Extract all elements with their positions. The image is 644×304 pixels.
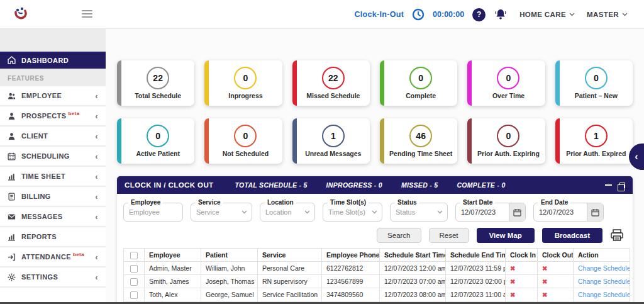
home-icon [8,56,16,64]
user-icon [8,132,16,140]
service-filter-select[interactable]: Service Service [191,203,252,222]
calendar-icon[interactable] [587,203,603,221]
timer-clock-icon [412,8,425,21]
cell-patient: William, John [201,262,258,275]
clock-out-missed-icon: ✖ [538,288,574,301]
collapse-icon[interactable] [605,184,612,186]
help-icon[interactable]: ? [472,8,486,21]
stat-card-active-patient[interactable]: 0 Active Patient [117,118,194,164]
stat-card-total-schedule[interactable]: 22 Total Schedule [117,60,194,106]
notifications-bell-icon[interactable] [494,8,508,21]
stat-card-complete[interactable]: 0 Complete [380,60,457,106]
sidebar-item-messages[interactable]: MESSAGES ‹ [0,207,106,226]
stat-color-bar [117,118,121,164]
col-action[interactable]: Action [574,249,630,262]
col-clock-out[interactable]: Clock Out [538,249,574,262]
chevron-down-icon [437,210,443,214]
select-all-checkbox-cell [124,249,145,262]
cell-phone: 3474809560 [322,288,380,301]
stat-card-prior-auth-expiring[interactable]: 0 Prior Auth. Expiring [467,118,545,164]
stat-card-inprogress[interactable]: 0 Inprogress [204,60,282,106]
stat-color-bar [117,60,121,106]
cell-patient: Joseph, Thomas [201,275,258,288]
stat-card-missed-schedule[interactable]: 22 Missed Schedule [292,60,370,106]
popout-icon[interactable] [619,183,625,188]
stat-circle: 0 [147,125,169,147]
calendar-icon [8,152,16,160]
employee-filter-input[interactable]: Employee [124,208,182,216]
envelope-icon [8,213,16,221]
stat-color-bar [204,118,209,164]
main-content: 22 Total Schedule 0 Inprogress 22 Missed… [106,29,644,304]
start-date-input[interactable]: 12/07/2023 [456,208,509,216]
stat-card-pending-time-sheet[interactable]: 46 Pending Time Sheet [380,118,457,164]
end-date-field[interactable]: End Date 12/07/2023 [533,203,604,222]
chevron-down-icon [242,210,247,214]
sidebar-item-prospects[interactable]: PROSPECTS beta ‹ [0,106,106,125]
change-schedule-link[interactable]: Change Schedule [578,278,630,285]
broadcast-button[interactable]: Broadcast [542,228,602,243]
col-schedule-start-time[interactable]: Schedule Start Time [380,249,446,262]
row-checkbox[interactable] [130,291,138,299]
calendar-icon[interactable] [509,203,525,221]
cell-end-time: 12/07/2023 11:00 am [446,288,506,301]
sidebar-item-settings[interactable]: SETTINGS ‹ [0,267,106,286]
view-map-button[interactable]: View Map [477,228,535,243]
stat-color-bar [555,60,560,106]
row-checkbox[interactable] [130,278,138,286]
stat-circle: 1 [322,125,345,147]
user-dropdown[interactable]: MASTER [587,11,628,18]
change-schedule-link[interactable]: Change Schedule [578,264,630,272]
app-logo [11,5,29,25]
chevron-left-icon: ‹ [95,112,98,120]
menu-toggle-icon[interactable] [82,10,92,20]
clock-in-out-button[interactable]: Clock-In-Out [355,10,404,19]
stat-card-unread-messages[interactable]: 1 Unread Messages [292,118,370,164]
end-date-input[interactable]: 12/07/2023 [534,208,587,216]
sidebar-item-time-sheet[interactable]: TIME SHEET ‹ [0,167,106,186]
sidebar-item-client[interactable]: CLIENT ‹ [0,127,106,145]
sidebar-item-employee[interactable]: EMPLOYEE ‹ [0,86,106,105]
clock-in-missed-icon: ✖ [506,288,538,301]
row-checkbox[interactable] [130,265,138,273]
stat-card-not-scheduled[interactable]: 0 Not Scheduled [204,118,282,164]
print-icon[interactable] [610,229,624,242]
col-clock-in[interactable]: Clock In [506,249,538,262]
chevron-left-icon: ‹ [95,193,98,201]
col-employee-phone[interactable]: Employee Phone [322,249,380,262]
sidebar-item-attendance[interactable]: ATTENDANCE beta ‹ [0,247,106,266]
summary-item: MISSED - 5 [401,181,438,189]
stat-card-over-time[interactable]: 0 Over Time [467,60,545,106]
reset-button[interactable]: Reset [429,228,469,243]
clock-out-missed-icon: ✖ [538,262,574,275]
start-date-field[interactable]: Start Date 12/07/2023 [455,203,526,222]
cell-phone: 6122762812 [322,262,380,275]
col-employee[interactable]: Employee [145,249,201,262]
col-schedule-end-time[interactable]: Schedule End Time [446,249,506,262]
sidebar-item-dashboard[interactable]: DASHBOARD [0,52,106,69]
select-all-checkbox[interactable] [130,252,138,259]
stat-circle: 0 [497,125,519,147]
change-schedule-link[interactable]: Change Schedule [578,291,630,298]
chevron-left-icon: ‹ [95,92,98,100]
col-service[interactable]: Service [258,249,322,262]
clock-in-missed-icon: ✖ [506,262,538,275]
stat-card-patient-new[interactable]: 0 Patient – New [555,60,633,106]
top-header: Clock-In-Out 00:00:00 ? HOME CARE MASTER [0,0,644,29]
location-filter-select[interactable]: Location Location [260,203,315,222]
sidebar-item-reports[interactable]: REPORTS [0,227,106,246]
search-button[interactable]: Search [377,228,421,243]
employee-filter-label: Employee [128,199,163,206]
stat-card-prior-auth-expired[interactable]: 1 Prior Auth. Expired [555,118,633,164]
cell-employee: Smith, James [145,275,201,288]
col-patient[interactable]: Patient [201,249,258,262]
timeslot-filter-select[interactable]: Time Slot(s) Time Slot(s) [323,203,382,222]
employee-filter-field[interactable]: Employee Employee [123,203,183,222]
sidebar-item-billing[interactable]: BILLING ‹ [0,187,106,206]
panel-header: CLOCK IN / CLOCK OUT TOTAL SCHEDULE - 5I… [117,176,633,194]
sidebar-item-scheduling[interactable]: SCHEDULING ‹ [0,147,106,166]
status-filter-select[interactable]: Status Status [390,203,448,222]
beta-badge: beta [73,252,84,257]
agency-dropdown[interactable]: HOME CARE [519,11,575,18]
actions-row: Search Reset View Map Broadcast [117,225,633,248]
